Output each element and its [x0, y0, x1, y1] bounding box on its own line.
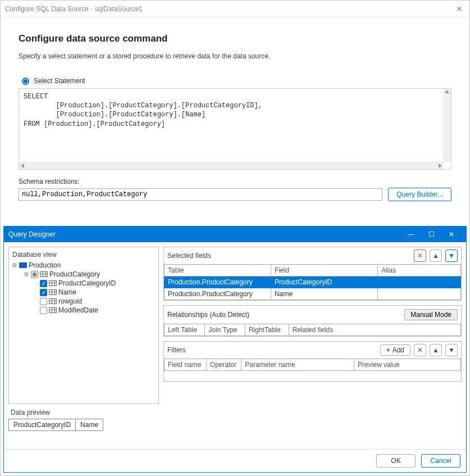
tree-node-column[interactable]: rowguid — [11, 297, 156, 306]
tree-node-column[interactable]: ModifiedDate — [11, 306, 156, 315]
col-preview-value[interactable]: Preview value — [354, 359, 460, 371]
col-left-table[interactable]: Left Table — [165, 324, 205, 336]
preview-column[interactable]: ProductCategoryID — [9, 419, 76, 431]
move-up-button[interactable]: ▲ — [430, 250, 442, 262]
move-down-button[interactable]: ▼ — [445, 344, 458, 356]
move-down-button[interactable]: ▼ — [445, 250, 458, 262]
data-preview-label: Data preview — [8, 407, 462, 419]
filters-panel: Filters +Add ✕ ▲ ▼ Field name Operator P… — [163, 341, 462, 382]
tree-label: rowguid — [58, 297, 82, 305]
selected-fields-panel: Selected fields ✕ ▲ ▼ Table Field Alias … — [163, 247, 462, 301]
column-icon — [49, 307, 57, 313]
cell-alias[interactable] — [378, 288, 461, 300]
remove-field-button[interactable]: ✕ — [414, 250, 426, 262]
col-alias[interactable]: Alias — [378, 265, 461, 276]
column-icon — [49, 280, 57, 286]
close-icon[interactable]: ✕ — [454, 2, 465, 16]
cell-table[interactable]: Production.ProductCategory — [165, 288, 271, 300]
radio-icon — [22, 78, 29, 85]
checkbox[interactable]: ✓ — [40, 289, 47, 296]
schema-input[interactable] — [19, 188, 382, 201]
config-heading: Configure data source command — [19, 33, 451, 44]
tree-label: ModifiedDate — [58, 306, 98, 314]
database-view-label: Database view — [11, 250, 156, 261]
select-statement-radio[interactable]: Select Statement — [22, 77, 451, 85]
move-up-button[interactable]: ▲ — [430, 344, 442, 356]
filters-grid[interactable]: Field name Operator Parameter name Previ… — [164, 359, 461, 371]
checkbox[interactable]: ✓ — [40, 280, 47, 287]
tree-label: Production — [29, 261, 61, 269]
col-related-fields[interactable]: Related fields — [289, 324, 460, 336]
radio-label: Select Statement — [34, 77, 85, 85]
cell-alias[interactable] — [378, 276, 461, 288]
data-preview-panel: Data preview ProductCategoryIDName — [8, 407, 462, 431]
tree-node-column[interactable]: ✓ProductCategoryID — [11, 279, 156, 288]
table-icon — [40, 271, 48, 277]
outer-titlebar: Configure SQL Data Source - sqlDataSourc… — [1, 1, 469, 17]
tree-node-schema[interactable]: ⊟ Production — [11, 261, 156, 270]
qd-title: Query Designer — [8, 230, 401, 238]
sql-textarea[interactable]: SELECT [Production].[ProductCategory].[P… — [19, 88, 451, 170]
vertical-scrollbar[interactable] — [443, 89, 451, 162]
query-designer-window: Query Designer — ☐ ✕ Database view ⊟ Pro… — [3, 226, 467, 473]
tree-label: ProductCategoryID — [58, 279, 116, 287]
cell-field[interactable]: ProductCategoryID — [271, 276, 378, 288]
minimize-icon[interactable]: — — [401, 230, 421, 238]
relationships-panel: Relationships (Auto Detect) Manual Mode … — [163, 305, 462, 337]
col-join-type[interactable]: Join Type — [205, 324, 245, 336]
outer-window-title: Configure SQL Data Source - sqlDataSourc… — [5, 5, 454, 13]
filters-label: Filters — [167, 346, 377, 354]
table-row[interactable]: Production.ProductCategoryProductCategor… — [165, 276, 461, 288]
selected-fields-grid[interactable]: Table Field Alias Production.ProductCate… — [164, 264, 461, 300]
qd-titlebar[interactable]: Query Designer — ☐ ✕ — [4, 226, 466, 242]
config-panel: Configure data source command Specify a … — [1, 17, 469, 208]
manual-mode-button[interactable]: Manual Mode — [404, 309, 458, 320]
relationships-label: Relationships (Auto Detect) — [167, 311, 400, 319]
remove-filter-button[interactable]: ✕ — [414, 344, 426, 356]
relationships-grid[interactable]: Left Table Join Type RightTable Related … — [164, 324, 461, 336]
expander-icon[interactable]: ⊟ — [23, 271, 29, 278]
col-right-table[interactable]: RightTable — [245, 324, 289, 336]
checkbox[interactable] — [40, 298, 47, 305]
config-subtitle: Specify a select statement or a stored p… — [19, 52, 451, 60]
close-icon[interactable]: ✕ — [441, 230, 462, 238]
column-icon — [49, 289, 57, 295]
horizontal-scrollbar[interactable] — [19, 161, 444, 169]
tree-label: ProductCategory — [49, 270, 100, 278]
cell-table[interactable]: Production.ProductCategory — [165, 276, 271, 288]
schema-label: Schema restrictions: — [19, 178, 451, 185]
column-icon — [49, 298, 57, 304]
selected-fields-label: Selected fields — [167, 252, 410, 260]
col-table[interactable]: Table — [165, 265, 271, 276]
dialog-footer: OK Cancel — [4, 449, 466, 472]
col-operator[interactable]: Operator — [206, 359, 241, 371]
checkbox-mixed[interactable] — [31, 271, 38, 278]
ok-button[interactable]: OK — [376, 454, 416, 468]
data-preview-grid[interactable]: ProductCategoryIDName — [8, 419, 103, 431]
tree-node-column[interactable]: ✓Name — [11, 288, 156, 297]
database-view-panel: Database view ⊟ Production ⊟ ProductCate… — [8, 247, 159, 404]
sql-textarea-wrap: SELECT [Production].[ProductCategory].[P… — [19, 88, 451, 170]
cell-field[interactable]: Name — [271, 288, 378, 300]
query-builder-button[interactable]: Query Builder... — [388, 188, 451, 201]
maximize-icon[interactable]: ☐ — [421, 230, 441, 238]
database-icon — [19, 262, 27, 268]
cancel-button[interactable]: Cancel — [421, 454, 460, 468]
tree-node-table[interactable]: ⊟ ProductCategory — [11, 270, 156, 279]
checkbox[interactable] — [40, 307, 47, 314]
expander-icon[interactable]: ⊟ — [11, 262, 17, 269]
preview-column[interactable]: Name — [76, 419, 103, 431]
col-field[interactable]: Field — [271, 265, 378, 276]
table-row[interactable]: Production.ProductCategoryName — [165, 288, 461, 300]
tree-label: Name — [58, 288, 76, 296]
schema-tree: ⊟ Production ⊟ ProductCategory ✓ProductC… — [11, 261, 156, 315]
col-field-name[interactable]: Field name — [165, 359, 207, 371]
add-filter-button[interactable]: +Add — [380, 344, 410, 356]
col-parameter-name[interactable]: Parameter name — [241, 359, 354, 371]
